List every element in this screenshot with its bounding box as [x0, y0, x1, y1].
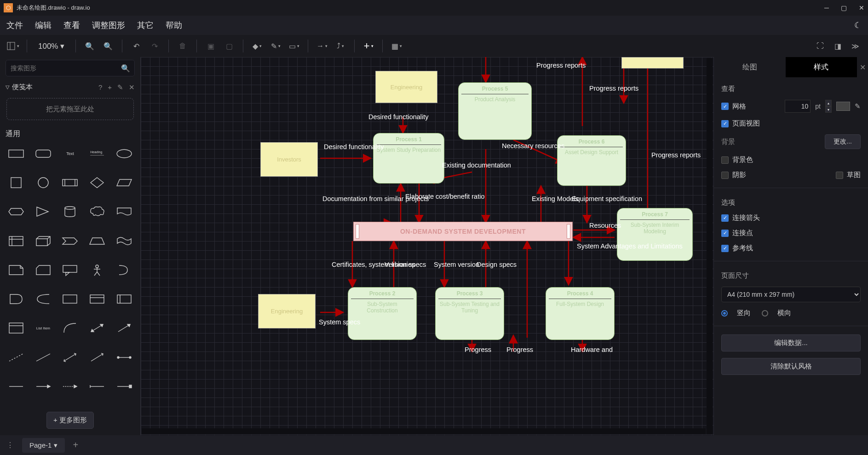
page-view-checkbox[interactable]: ✓页面视图 [721, 119, 760, 128]
node-investors[interactable]: Investors [260, 142, 318, 177]
undo-icon[interactable]: ↶ [129, 39, 144, 53]
shape-conn2[interactable] [33, 378, 54, 395]
zoom-out-icon[interactable]: 🔍 [101, 39, 115, 53]
landscape-radio[interactable]: 横向 [762, 309, 791, 317]
edit-data-button[interactable]: 编辑数据... [721, 334, 861, 351]
background-change-button[interactable]: 更改... [825, 134, 861, 149]
menu-file[interactable]: 文件 [6, 20, 23, 31]
shape-ellipse[interactable] [113, 145, 135, 162]
shape-actor[interactable] [86, 262, 108, 278]
shape-rounded-rect[interactable] [33, 145, 54, 162]
node-process-2[interactable]: Process 2Sub-System Construction [348, 287, 417, 340]
scrollbar-horizontal[interactable] [142, 428, 706, 434]
menu-other[interactable]: 其它 [137, 20, 154, 31]
node-process-5[interactable]: Process 5Product Analysis [458, 82, 532, 140]
scratchpad-dropzone[interactable]: 把元素拖至此处 [6, 98, 134, 120]
fullscreen-icon[interactable]: ⛶ [813, 39, 828, 53]
shape-step[interactable] [59, 233, 81, 249]
node-process-1[interactable]: Process 1System Study Preparation [373, 133, 444, 184]
shape-conn5[interactable] [113, 378, 135, 395]
view-mode-button[interactable] [6, 39, 20, 53]
table-icon[interactable]: ▦ [389, 39, 404, 53]
shape-document[interactable] [113, 203, 135, 220]
node-process-4[interactable]: Process 4Full-System Design [546, 287, 615, 340]
shape-triangle[interactable] [33, 203, 54, 220]
shape-card[interactable] [33, 262, 54, 278]
canvas-area[interactable]: Engineering Investors Engineering Proces… [141, 57, 713, 435]
node-top-right[interactable] [621, 57, 684, 69]
shape-internal-storage[interactable] [6, 233, 27, 249]
node-center[interactable]: ON-DEMAND SYSTEM DEVELOPMENT [353, 222, 573, 241]
shape-curve[interactable] [59, 320, 81, 336]
grid-color-edit-icon[interactable]: ✎ [855, 102, 861, 110]
format-panel-icon[interactable]: ◨ [830, 39, 845, 53]
shape-hcontainer[interactable] [86, 291, 108, 307]
add-page-button[interactable]: + [73, 440, 79, 450]
shadow-checkbox[interactable]: 阴影 [721, 171, 746, 179]
conn-arrows-checkbox[interactable]: ✓连接箭头 [721, 213, 760, 222]
shape-process[interactable] [59, 174, 81, 191]
guides-checkbox[interactable]: ✓参考线 [721, 244, 753, 253]
tab-diagram[interactable]: 绘图 [714, 57, 786, 77]
menu-view[interactable]: 查看 [63, 20, 80, 31]
shape-bidir-thin[interactable] [59, 349, 81, 366]
shape-list[interactable] [6, 320, 27, 336]
node-process-6[interactable]: Process 6Asset Design Support [557, 135, 626, 186]
shape-conn3[interactable] [59, 378, 81, 395]
conn-points-checkbox[interactable]: ✓连接点 [721, 229, 753, 237]
node-process-3[interactable]: Process 3Sub-System Testing and Tuning [435, 287, 504, 340]
redo-icon[interactable]: ↷ [147, 39, 162, 53]
scratchpad-header[interactable]: ▽ 便笺本 ? + ✎ ✕ [6, 79, 135, 95]
page-tab[interactable]: Page-1 ▾ [22, 438, 65, 453]
shape-bidir-arrow[interactable] [86, 320, 108, 336]
shape-conn1[interactable] [6, 378, 27, 395]
general-section[interactable]: 通用 [6, 127, 135, 142]
shape-vcontainer[interactable] [113, 291, 135, 307]
search-input[interactable] [6, 60, 135, 76]
close-icon[interactable]: ✕ [129, 83, 135, 92]
node-engineering-1[interactable]: Engineering [375, 71, 437, 103]
shape-data-store[interactable] [33, 291, 54, 307]
shape-cloud[interactable] [86, 203, 108, 220]
insert-icon[interactable]: + [361, 39, 376, 53]
shape-callout[interactable] [59, 262, 81, 278]
to-front-icon[interactable]: ▣ [203, 39, 218, 53]
close-panel-icon[interactable]: ✕ [857, 57, 868, 77]
grid-stepper[interactable]: ▲▼ [825, 100, 832, 113]
shape-tape[interactable] [113, 233, 135, 249]
grid-size-input[interactable] [785, 100, 811, 113]
sketch-checkbox[interactable]: 草图 [836, 171, 861, 179]
fill-color-icon[interactable]: ◆ [250, 39, 264, 53]
more-shapes-button[interactable]: + 更多图形 [46, 412, 94, 429]
shape-note[interactable] [6, 262, 27, 278]
shape-circle[interactable] [33, 174, 54, 191]
menu-arrange[interactable]: 调整图形 [92, 20, 125, 31]
zoom-level[interactable]: 100% ▾ [34, 41, 69, 51]
shape-arrow[interactable] [113, 320, 135, 336]
theme-toggle-icon[interactable]: ☾ [854, 20, 862, 30]
tab-style[interactable]: 样式 [786, 57, 857, 77]
shape-list-item[interactable]: List Item [33, 320, 54, 336]
pagesize-select[interactable]: A4 (210 mm x 297 mm) [721, 287, 861, 302]
shape-or[interactable] [113, 262, 135, 278]
shape-text[interactable]: Text [59, 145, 81, 162]
edit-icon[interactable]: ✎ [117, 83, 123, 92]
delete-icon[interactable]: 🗑 [175, 39, 190, 53]
shape-container[interactable] [59, 291, 81, 307]
maximize-button[interactable]: ▢ [841, 4, 847, 12]
scrollbar-vertical[interactable] [707, 58, 713, 434]
waypoint-icon[interactable]: ⤴ [333, 39, 348, 53]
bgcolor-checkbox[interactable]: 背景色 [721, 156, 753, 164]
shape-square[interactable] [6, 174, 27, 191]
shape-textbox[interactable]: Heading────── [86, 145, 108, 162]
connection-icon[interactable]: → [315, 39, 329, 53]
grid-checkbox[interactable]: ✓网格 [721, 102, 746, 111]
node-process-7[interactable]: Process 7Sub-System Interim Modeling [617, 208, 693, 261]
menu-help[interactable]: 帮助 [166, 20, 182, 31]
menu-edit[interactable]: 编辑 [35, 20, 52, 31]
shape-conn4[interactable] [86, 378, 108, 395]
shape-trapezoid[interactable] [86, 233, 108, 249]
shape-hexagon[interactable] [6, 203, 27, 220]
help-icon[interactable]: ? [98, 83, 102, 92]
shape-and[interactable] [6, 291, 27, 307]
